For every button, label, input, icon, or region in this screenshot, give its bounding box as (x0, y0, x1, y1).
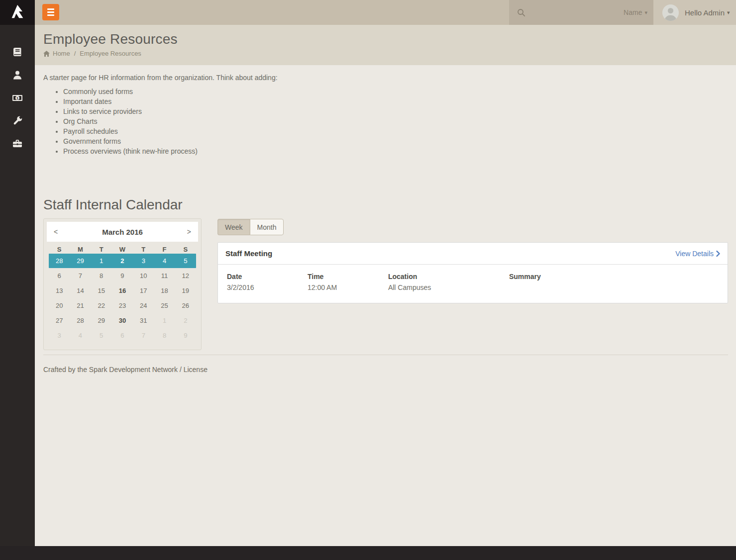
calendar-day[interactable]: 27 (49, 317, 70, 324)
briefcase-icon (11, 138, 23, 152)
calendar-day[interactable]: 28 (49, 257, 70, 265)
calendar-day[interactable]: 13 (49, 287, 70, 294)
smart-search[interactable]: Name ▾ (509, 0, 653, 25)
calendar-day[interactable]: 14 (70, 287, 91, 294)
page-title: Employee Resources (43, 31, 736, 47)
calendar-day[interactable]: 17 (133, 287, 154, 294)
user-menu-label: Hello Admin (685, 8, 725, 17)
calendar-day[interactable]: 9 (112, 272, 133, 280)
calendar-day-header: F (154, 246, 175, 253)
calendar-week: 272829303112 (49, 313, 196, 328)
bullet-item: Links to service providers (63, 106, 421, 116)
event-fields: Date3/2/2016Time12:00 AMLocationAll Camp… (218, 265, 728, 303)
sidebar-item-intranet[interactable] (0, 42, 35, 65)
calendar-week: 3456789 (49, 328, 196, 343)
calendar-day[interactable]: 31 (133, 317, 154, 324)
bullet-item: Government forms (63, 136, 421, 146)
event-field-label: Date (227, 273, 308, 280)
calendar-day-header: T (91, 246, 112, 253)
intro-block: A starter page for HR information from t… (43, 74, 421, 156)
sidebar-item-tools[interactable] (0, 110, 35, 133)
app-logo[interactable] (0, 0, 35, 25)
page-footer: Crafted by the Spark Development Network… (43, 366, 208, 373)
user-menu[interactable]: Hello Admin ▾ (653, 0, 736, 25)
calendar-day[interactable]: 2 (112, 257, 133, 265)
home-icon (43, 51, 50, 57)
avatar[interactable] (662, 4, 679, 21)
calendar-day[interactable]: 23 (112, 302, 133, 309)
calendar-day[interactable]: 1 (154, 317, 175, 324)
calendar-day[interactable]: 30 (112, 317, 133, 324)
calendar-day[interactable]: 3 (49, 332, 70, 339)
spark-network-link[interactable]: Spark Development Network (89, 366, 178, 373)
calendar-day[interactable]: 1 (91, 257, 112, 265)
event-field: Summary (509, 273, 719, 292)
book-icon (11, 46, 23, 60)
calendar-day[interactable]: 28 (70, 317, 91, 324)
calendar-day[interactable]: 7 (133, 332, 154, 339)
svg-text:1: 1 (16, 96, 19, 100)
calendar-day-header: S (49, 246, 70, 253)
calendar-day[interactable]: 5 (91, 332, 112, 339)
calendar-day[interactable]: 15 (91, 287, 112, 294)
chevron-down-icon: ▾ (644, 9, 647, 16)
event-field: Time12:00 AM (308, 273, 388, 292)
calendar-week: 13141516171819 (49, 283, 196, 298)
view-details-label: View Details (675, 250, 714, 258)
event-field: LocationAll Campuses (388, 273, 509, 292)
page-header: Employee Resources Home / Employee Resou… (35, 25, 736, 65)
search-icon[interactable] (517, 8, 526, 17)
week-toggle-button[interactable]: Week (217, 219, 250, 235)
sidebar-item-finance[interactable]: 1 (0, 88, 35, 110)
calendar-day-header: S (175, 246, 196, 253)
calendar-day[interactable]: 8 (91, 272, 112, 280)
license-link[interactable]: License (184, 366, 208, 373)
sidebar-item-hr[interactable] (0, 133, 35, 156)
calendar-day[interactable]: 8 (154, 332, 175, 339)
calendar-day[interactable]: 4 (70, 332, 91, 339)
chevron-down-icon: ▾ (727, 9, 730, 16)
calendar-week: 20212223242526 (49, 298, 196, 313)
calendar-day[interactable]: 4 (154, 257, 175, 265)
calendar-day[interactable]: 16 (112, 287, 133, 294)
calendar-day[interactable]: 7 (70, 272, 91, 280)
calendar-day[interactable]: 3 (133, 257, 154, 265)
calendar-day[interactable]: 19 (175, 287, 196, 294)
calendar-day[interactable]: 24 (133, 302, 154, 309)
calendar-day[interactable]: 10 (133, 272, 154, 280)
person-icon (11, 69, 23, 83)
top-navbar: Name ▾ Hello Admin ▾ (35, 0, 736, 25)
calendar-day[interactable]: 6 (112, 332, 133, 339)
month-toggle-button[interactable]: Month (250, 219, 284, 235)
bottom-bar (0, 546, 736, 560)
calendar-title-bar: < March 2016 > (47, 222, 198, 242)
calendar-day[interactable]: 5 (175, 257, 196, 265)
breadcrumb-home-link[interactable]: Home (53, 50, 70, 57)
calendar-day-header: W (112, 246, 133, 253)
calendar-day[interactable]: 6 (49, 272, 70, 280)
calendar-day[interactable]: 25 (154, 302, 175, 309)
sidebar-item-people[interactable] (0, 65, 35, 88)
calendar-day-headers: SMTWTFS (49, 246, 196, 253)
intro-bullets: Commonly used formsImportant datesLinks … (55, 87, 421, 156)
calendar-day[interactable]: 29 (70, 257, 91, 265)
calendar-day[interactable]: 9 (175, 332, 196, 339)
calendar-day[interactable]: 11 (154, 272, 175, 280)
event-field-value: All Campuses (388, 283, 509, 292)
calendar-day[interactable]: 18 (154, 287, 175, 294)
calendar-section-heading: Staff Internal Calendar (43, 197, 183, 213)
hamburger-menu-button[interactable] (42, 4, 59, 20)
calendar-prev-button[interactable]: < (52, 228, 60, 236)
search-filter-dropdown[interactable]: Name ▾ (624, 0, 647, 25)
calendar-day[interactable]: 22 (91, 302, 112, 309)
rock-logo-icon (8, 2, 27, 23)
calendar-day[interactable]: 26 (175, 302, 196, 309)
calendar-day[interactable]: 21 (70, 302, 91, 309)
calendar-day[interactable]: 12 (175, 272, 196, 280)
event-field-value: 3/2/2016 (227, 283, 308, 292)
calendar-day[interactable]: 29 (91, 317, 112, 324)
view-details-link[interactable]: View Details (675, 250, 720, 258)
calendar-next-button[interactable]: > (185, 228, 193, 236)
calendar-day[interactable]: 20 (49, 302, 70, 309)
calendar-day[interactable]: 2 (175, 317, 196, 324)
